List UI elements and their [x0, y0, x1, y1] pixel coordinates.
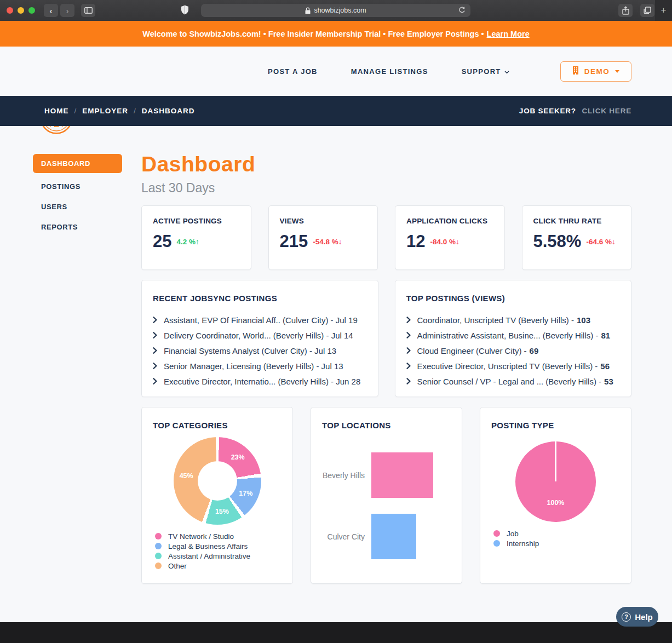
sidebar-toggle-icon[interactable]: [81, 4, 95, 17]
legend-item: Internship: [493, 538, 620, 548]
recent-postings-title: RECENT JOBSYNC POSTINGS: [153, 294, 367, 303]
chevron-right-icon: [406, 378, 411, 384]
learn-more-link[interactable]: Learn More: [487, 30, 530, 38]
stat-label: APPLICATION CLICKS: [406, 217, 493, 225]
top-posting-item[interactable]: Cloud Engineer (Culver City) -69: [406, 343, 621, 358]
window-controls: [7, 7, 35, 14]
stat-line: 215-54.8 %↓: [280, 232, 367, 251]
posting-views: 53: [604, 377, 613, 386]
top-categories-title: TOP CATEGORIES: [153, 421, 282, 430]
browser-chrome: ‹ › showbizjobs.com +: [0, 0, 672, 21]
page-subtitle: Last 30 Days: [141, 181, 631, 196]
legend-label: Job: [507, 530, 519, 538]
legend-item: Legal & Business Affairs: [155, 541, 282, 551]
url-text: showbizjobs.com: [314, 7, 366, 14]
sidebar-item-reports[interactable]: REPORTS: [33, 217, 122, 237]
breadcrumb-item-employer[interactable]: EMPLOYER: [82, 107, 128, 115]
chevron-right-icon: [153, 363, 157, 369]
bar-category-label: Culver City: [322, 532, 371, 541]
legend-label: Internship: [507, 539, 539, 548]
help-button[interactable]: ? Help: [616, 607, 658, 627]
top-categories-donut-chart: 23%17%15%45%TV Network / StudioLegal & B…: [153, 437, 282, 571]
building-icon: [572, 66, 579, 77]
stat-card: APPLICATION CLICKS12-84.0 %↓: [395, 205, 505, 270]
nav-item-support[interactable]: SUPPORT: [462, 67, 509, 76]
breadcrumb-item-dashboard[interactable]: DASHBOARD: [142, 107, 195, 115]
back-button[interactable]: ‹: [44, 4, 58, 17]
zoom-window-button[interactable]: [28, 7, 35, 14]
posting-text: Assistant, EVP Of Financial Aff.. (Culve…: [164, 315, 358, 325]
forward-button[interactable]: ›: [60, 4, 74, 17]
charts-row: TOP CATEGORIES 23%17%15%45%TV Network / …: [141, 407, 631, 584]
posting-text: Senior Manager, Licensing (Beverly Hills…: [164, 361, 343, 371]
stat-value: 215: [280, 232, 308, 251]
pie-separator: [555, 441, 556, 481]
legend-item: Assistant / Administrative: [155, 551, 282, 561]
recent-posting-item[interactable]: Delivery Coordinator, World... (Beverly …: [153, 328, 367, 343]
job-seeker-callout: JOB SEEKER? CLICK HERE: [519, 107, 631, 115]
top-posting-item[interactable]: Coordinator, Unscripted TV (Beverly Hill…: [406, 312, 621, 328]
sidebar-item-users[interactable]: USERS: [33, 197, 122, 217]
share-icon[interactable]: [618, 4, 633, 17]
new-tab-button[interactable]: +: [655, 0, 672, 21]
legend-item: TV Network / Studio: [155, 531, 282, 541]
breadcrumb-item-home[interactable]: HOME: [44, 107, 69, 115]
donut-hole: [198, 461, 237, 501]
top-posting-item[interactable]: Executive Director, Unscripted TV (Bever…: [406, 358, 621, 374]
stat-delta: -84.0 %↓: [430, 238, 459, 246]
app-window: ‹ › showbizjobs.com + Welc: [0, 0, 672, 643]
stat-value: 12: [406, 232, 425, 251]
chevron-right-icon: [406, 363, 411, 369]
recent-posting-item[interactable]: Financial Systems Analyst (Culver City) …: [153, 343, 367, 358]
nav-item-post-a-job[interactable]: POST A JOB: [268, 67, 318, 76]
legend-item: Job: [493, 529, 620, 538]
nav-item-label: MANAGE LISTINGS: [351, 67, 428, 76]
promo-banner: Welcome to ShowbizJobs.com! • Free Insid…: [0, 21, 672, 47]
stat-line: 12-84.0 %↓: [406, 232, 493, 251]
chart-legend: TV Network / StudioLegal & Business Affa…: [155, 531, 282, 571]
tab-overview-icon[interactable]: [640, 4, 654, 17]
bar-chart: Beverly HillsCulver City: [322, 452, 451, 559]
recent-jobsync-postings-card: RECENT JOBSYNC POSTINGS Assistant, EVP O…: [141, 280, 378, 397]
recent-posting-item[interactable]: Assistant, EVP Of Financial Aff.. (Culve…: [153, 312, 367, 328]
stat-line: 5.58%-64.6 %↓: [533, 232, 621, 251]
top-posting-item[interactable]: Senior Counsel / VP - Legal and ... (Bev…: [406, 374, 621, 389]
chevron-right-icon: [406, 347, 411, 354]
nav-item-manage-listings[interactable]: MANAGE LISTINGS: [351, 67, 428, 76]
pie-slice-label: 100%: [547, 499, 565, 507]
sidebar-item-dashboard[interactable]: DASHBOARD: [33, 154, 122, 173]
bar-row: Beverly Hills: [322, 452, 451, 498]
question-mark-icon: ?: [622, 612, 631, 622]
legend-label: TV Network / Studio: [168, 532, 234, 541]
recent-posting-item[interactable]: Executive Director, Internatio... (Bever…: [153, 374, 367, 389]
top-locations-title: TOP LOCATIONS: [322, 421, 451, 430]
address-bar[interactable]: showbizjobs.com: [201, 4, 470, 17]
posting-text: Executive Director, Unscripted TV (Bever…: [417, 361, 598, 371]
close-window-button[interactable]: [7, 7, 13, 14]
donut-slice-label: 15%: [215, 508, 229, 515]
main-content: Dashboard Last 30 Days ACTIVE POSTINGS25…: [141, 126, 631, 584]
donut-slice-label: 23%: [231, 453, 245, 461]
posting-text: Administrative Assistant, Busine... (Bev…: [417, 331, 599, 340]
legend-label: Other: [168, 562, 187, 570]
top-categories-card: TOP CATEGORIES 23%17%15%45%TV Network / …: [141, 407, 293, 584]
account-menu-button[interactable]: DEMO: [560, 61, 631, 82]
reload-icon[interactable]: [458, 6, 466, 16]
extension-shield-icon[interactable]: [181, 5, 189, 18]
stat-label: ACTIVE POSTINGS: [153, 217, 240, 225]
breadcrumb-separator: /: [74, 107, 77, 115]
stat-card: CLICK THRU RATE5.58%-64.6 %↓: [522, 205, 632, 270]
posting-text: Coordinator, Unscripted TV (Beverly Hill…: [417, 315, 574, 325]
minimize-window-button[interactable]: [18, 7, 24, 14]
header-nav: POST A JOBMANAGE LISTINGSSUPPORT: [268, 67, 509, 76]
chevron-right-icon: [406, 317, 411, 323]
posting-views: 56: [600, 361, 610, 371]
job-seeker-click-here-link[interactable]: CLICK HERE: [582, 107, 631, 115]
chevron-down-icon: [615, 70, 619, 73]
sidebar-item-postings[interactable]: POSTINGS: [33, 176, 122, 197]
top-posting-item[interactable]: Administrative Assistant, Busine... (Bev…: [406, 328, 621, 343]
chevron-down-icon: [504, 67, 509, 76]
nav-item-label: POST A JOB: [268, 67, 318, 76]
recent-posting-item[interactable]: Senior Manager, Licensing (Beverly Hills…: [153, 358, 367, 374]
page-footer: [0, 622, 672, 643]
